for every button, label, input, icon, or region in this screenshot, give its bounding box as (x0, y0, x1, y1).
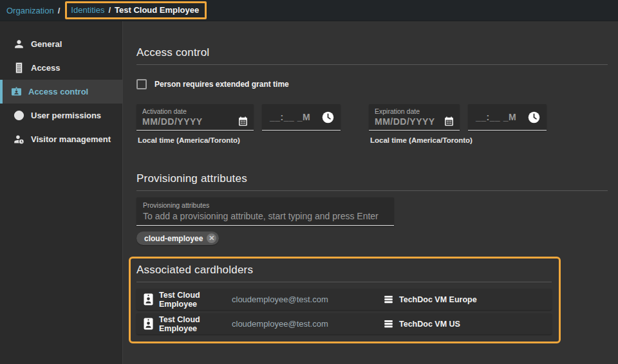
clock-icon[interactable] (321, 111, 335, 124)
top-bar: Organization / Identities / Test Cloud E… (0, 0, 618, 21)
sidebar-item-label: Visitor management (31, 134, 111, 144)
provisioning-attributes-input[interactable]: Provisioning attributes To add a provisi… (136, 197, 394, 226)
sidebar-item-access-control[interactable]: Access control (0, 80, 122, 104)
expiration-time-field[interactable]: __:__ _M (468, 104, 547, 131)
attribute-chip-label: cloud-employee (144, 234, 203, 243)
sidebar-item-label: Access control (28, 87, 88, 96)
badge-icon (10, 86, 23, 98)
annotation-highlight-cardholders: Associated cardholders Test Cloud Employ… (129, 257, 561, 343)
activation-date-field[interactable]: Activation date MM/DD/YYYY (136, 104, 254, 131)
calendar-icon[interactable] (444, 116, 454, 127)
sidebar-item-visitor-management[interactable]: Visitor management (0, 127, 122, 151)
expiration-time-placeholder: __:__ _M (476, 112, 516, 122)
expiration-group: Expiration date MM/DD/YYYY __:__ _M (369, 104, 547, 144)
extended-grant-checkbox[interactable] (136, 79, 147, 89)
cardholder-row[interactable]: Test Cloud Employee cloudemployee@test.c… (136, 313, 552, 334)
cardholder-email: cloudemployee@test.com (232, 295, 384, 304)
extended-grant-row: Person requires extended grant time (136, 79, 618, 89)
divider (136, 282, 552, 282)
sidebar-item-label: User permissions (31, 111, 101, 120)
person-icon (13, 38, 25, 50)
section-access-control: Access control Person requires extended … (136, 46, 618, 144)
breadcrumb-separator: / (58, 6, 61, 15)
server-icon (384, 295, 393, 304)
provisioning-title: Provisioning attributes (136, 172, 618, 185)
activation-date-placeholder: MM/DD/YYYY (142, 116, 203, 127)
globe-icon (13, 109, 25, 122)
badge-icon (144, 318, 153, 330)
activation-group: Activation date MM/DD/YYYY __:__ _M (136, 104, 341, 144)
sidebar-item-access[interactable]: Access (0, 56, 122, 80)
cardholder-row[interactable]: Test Cloud Employee cloudemployee@test.c… (136, 289, 552, 310)
cardholders-title: Associated cardholders (136, 264, 552, 277)
server-icon (384, 319, 393, 329)
main-content: Access control Person requires extended … (123, 21, 618, 364)
cardholder-list: Test Cloud Employee cloudemployee@test.c… (136, 289, 552, 334)
page-title: Access control (136, 46, 618, 59)
cardholder-name: Test Cloud Employee (159, 315, 232, 333)
provisioning-input-placeholder: To add a provisioning attribute, start t… (143, 211, 388, 221)
activation-date-label: Activation date (142, 107, 248, 115)
sidebar-item-label: General (31, 39, 62, 49)
breadcrumb-separator: / (108, 5, 111, 15)
sidebar-item-label: Access (31, 63, 61, 73)
expiration-timezone-note: Local time (America/Toronto) (369, 136, 547, 144)
cardholder-system: TechDoc VM US (399, 320, 460, 329)
close-icon[interactable]: ✕ (207, 233, 216, 243)
cardholder-name: Test Cloud Employee (159, 291, 232, 309)
attribute-chip: cloud-employee ✕ (136, 232, 219, 245)
calendar-icon[interactable] (238, 116, 248, 127)
expiration-date-placeholder: MM/DD/YYYY (375, 116, 435, 127)
cardholder-system: TechDoc VM Europe (399, 295, 477, 304)
cardholder-email: cloudemployee@test.com (232, 319, 384, 329)
provisioning-input-label: Provisioning attributes (143, 201, 388, 209)
visitor-clock-icon (13, 133, 25, 145)
expiration-date-label: Expiration date (375, 107, 454, 115)
breadcrumb-organization[interactable]: Organization (6, 6, 54, 15)
activation-time-placeholder: __:__ _M (270, 112, 310, 122)
divider (136, 64, 608, 65)
extended-grant-label: Person requires extended grant time (154, 80, 289, 89)
expiration-date-field[interactable]: Expiration date MM/DD/YYYY (369, 104, 460, 131)
date-time-fields: Activation date MM/DD/YYYY __:__ _M (136, 104, 618, 144)
section-provisioning-attributes: Provisioning attributes Provisioning att… (136, 172, 618, 245)
activation-time-field[interactable]: __:__ _M (262, 104, 341, 131)
sidebar-nav: General Access Access control (0, 21, 123, 364)
sidebar-item-user-permissions[interactable]: User permissions (0, 104, 122, 127)
sidebar-item-general[interactable]: General (0, 32, 122, 56)
clock-icon[interactable] (527, 111, 541, 124)
badge-icon (144, 293, 153, 305)
activation-timezone-note: Local time (America/Toronto) (136, 136, 341, 144)
breadcrumb-identities[interactable]: Identities (71, 5, 104, 15)
building-icon (13, 62, 25, 74)
annotation-highlight-breadcrumb: Identities / Test Cloud Employee (65, 1, 207, 19)
breadcrumb-current-page: Test Cloud Employee (115, 5, 199, 15)
divider (136, 190, 608, 191)
